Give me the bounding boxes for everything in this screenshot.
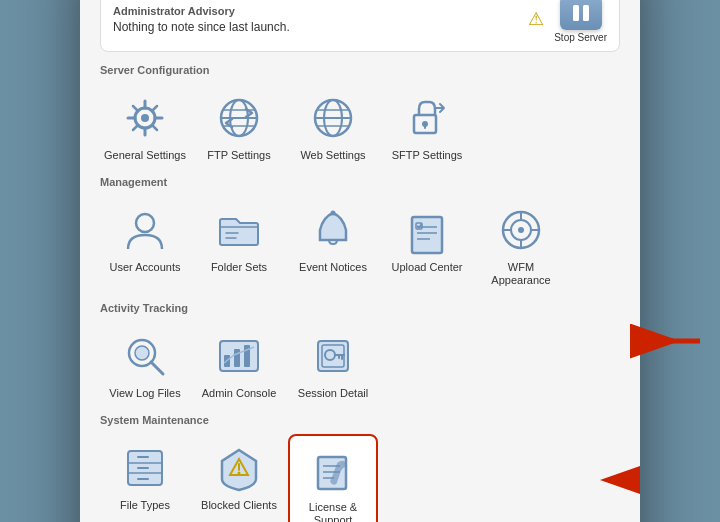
pause-icon	[560, 0, 602, 30]
web-settings-label: Web Settings	[300, 149, 365, 162]
wfm-appearance-label: WFM Appearance	[480, 261, 562, 287]
upload-center-label: Upload Center	[392, 261, 463, 274]
svg-rect-1	[583, 5, 589, 21]
event-notices-label: Event Notices	[299, 261, 367, 274]
license-support-icon-box	[307, 444, 359, 496]
admin-console-icon-box	[213, 330, 265, 382]
svg-line-11	[133, 125, 138, 130]
blocked-clients-item[interactable]: Blocked Clients	[194, 434, 284, 522]
general-settings-icon-box	[119, 92, 171, 144]
activity-grid: View Log Files Admin Console	[100, 322, 620, 406]
wfm-appearance-item[interactable]: WFM Appearance	[476, 196, 566, 293]
svg-rect-24	[424, 124, 426, 129]
upload-center-icon-box	[401, 204, 453, 256]
wfm-appearance-icon-box	[495, 204, 547, 256]
ftp-settings-label: FTP Settings	[207, 149, 270, 162]
svg-line-8	[133, 106, 138, 111]
folder-sets-item[interactable]: Folder Sets	[194, 196, 284, 293]
stop-server-button[interactable]: Stop Server	[554, 0, 607, 43]
admin-console-label: Admin Console	[202, 387, 277, 400]
main-window: Rumpus Pro (Trial Expires April 30, 2024…	[80, 0, 640, 522]
web-settings-icon-box	[307, 92, 359, 144]
blocked-clients-icon-box	[213, 442, 265, 494]
ftp-settings-item[interactable]: FTP Settings	[194, 84, 284, 168]
view-log-files-label: View Log Files	[109, 387, 180, 400]
admin-console-item[interactable]: Admin Console	[194, 322, 284, 406]
user-accounts-item[interactable]: User Accounts	[100, 196, 190, 293]
stop-server-label: Stop Server	[554, 32, 607, 43]
user-accounts-label: User Accounts	[110, 261, 181, 274]
svg-line-10	[152, 106, 157, 111]
advisory-title: Administrator Advisory	[113, 5, 528, 17]
advisory-message: Nothing to note since last launch.	[113, 20, 528, 34]
general-settings-label: General Settings	[104, 149, 186, 162]
arrow-indicator	[635, 465, 640, 495]
event-notices-item[interactable]: Event Notices	[288, 196, 378, 293]
warning-icon: ⚠	[528, 8, 544, 30]
svg-rect-46	[234, 349, 240, 367]
main-content: Administrator Advisory Nothing to note s…	[80, 0, 640, 522]
ftp-settings-icon-box	[213, 92, 265, 144]
general-settings-item[interactable]: General Settings	[100, 84, 190, 168]
sftp-settings-icon-box	[401, 92, 453, 144]
svg-point-25	[136, 214, 154, 232]
session-detail-label: Session Detail	[298, 387, 368, 400]
session-detail-icon-box	[307, 330, 359, 382]
license-support-item[interactable]: License & Support	[288, 434, 378, 522]
section-label-server-config: Server Configuration	[100, 64, 620, 76]
advisory-left: Administrator Advisory Nothing to note s…	[113, 5, 528, 34]
svg-point-61	[238, 471, 241, 474]
session-detail-item[interactable]: Session Detail	[288, 322, 378, 406]
svg-point-36	[518, 227, 524, 233]
view-log-files-icon-box	[119, 330, 171, 382]
file-types-icon-box	[119, 442, 171, 494]
advisory-icons: ⚠ Stop Server	[528, 0, 607, 43]
management-grid: User Accounts Folder Sets	[100, 196, 620, 293]
svg-point-42	[135, 346, 149, 360]
maintenance-grid: File Types Blocked Clients	[100, 434, 620, 522]
advisory-section: Administrator Advisory Nothing to note s…	[100, 0, 620, 52]
section-label-management: Management	[100, 176, 620, 188]
folder-sets-icon-box	[213, 204, 265, 256]
svg-point-28	[331, 211, 336, 216]
view-log-files-item[interactable]: View Log Files	[100, 322, 190, 406]
upload-center-item[interactable]: Upload Center	[382, 196, 472, 293]
svg-rect-0	[573, 5, 579, 21]
license-support-label: License & Support	[294, 501, 372, 522]
external-arrow	[620, 321, 710, 365]
sftp-settings-item[interactable]: SFTP Settings	[382, 84, 472, 168]
svg-point-3	[141, 114, 149, 122]
svg-line-43	[151, 362, 163, 374]
sftp-settings-label: SFTP Settings	[392, 149, 463, 162]
svg-line-9	[152, 125, 157, 130]
server-config-grid: General Settings FTP Settin	[100, 84, 620, 168]
event-notices-icon-box	[307, 204, 359, 256]
user-accounts-icon-box	[119, 204, 171, 256]
folder-sets-label: Folder Sets	[211, 261, 267, 274]
section-label-maintenance: System Maintenance	[100, 414, 620, 426]
section-label-activity: Activity Tracking	[100, 302, 620, 314]
file-types-label: File Types	[120, 499, 170, 512]
web-settings-item[interactable]: Web Settings	[288, 84, 378, 168]
file-types-item[interactable]: File Types	[100, 434, 190, 522]
blocked-clients-label: Blocked Clients	[201, 499, 277, 512]
